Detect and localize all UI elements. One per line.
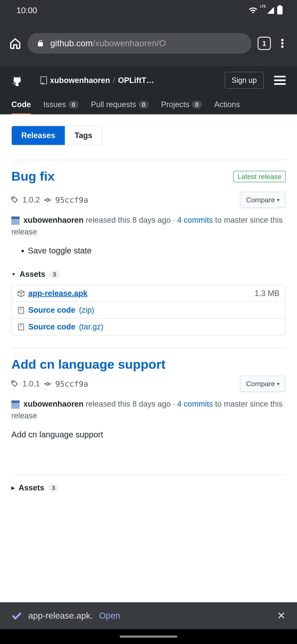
commit-icon (44, 196, 51, 204)
signal-lte: LTE (260, 6, 275, 14)
release-tag[interactable]: 1.0.2 (22, 196, 40, 204)
tag-icon (11, 196, 18, 204)
tab-switcher[interactable]: 1 (258, 37, 271, 50)
releases-tags-tabs: Releases Tags (11, 126, 102, 145)
release-tag[interactable]: 1.0.1 (22, 380, 40, 388)
release-date: released this 8 days ago (86, 216, 171, 224)
asset-row[interactable]: app-release.apk 1.3 MB (12, 285, 285, 302)
release-date: released this 8 days ago (86, 400, 171, 408)
repo-nav-tabs: Code Issues0 Pull requests0 Projects0 Ac… (11, 100, 286, 114)
zip-icon (17, 324, 24, 330)
browser-toolbar: github.com/xubowenhaoren/O 1 (0, 21, 297, 66)
release-author[interactable]: xubowenhaoren (23, 216, 83, 224)
avatar[interactable] (11, 400, 19, 409)
download-filename: app-release.apk. (28, 611, 93, 621)
tab-pull-requests[interactable]: Pull requests0 (91, 100, 149, 109)
hamburger-icon[interactable] (274, 76, 286, 85)
zip-icon (17, 307, 24, 314)
breadcrumb: xubowenhaoren / OPLiftT… (40, 76, 218, 85)
compare-button[interactable]: Compare (240, 376, 286, 392)
release-title[interactable]: Bug fix (11, 169, 55, 184)
release-author[interactable]: xubowenhaoren (23, 400, 83, 408)
check-icon (11, 610, 22, 621)
wifi-icon (249, 6, 258, 15)
status-time: 10:00 (16, 6, 37, 15)
assets-label: Assets (19, 270, 45, 279)
home-icon[interactable] (9, 37, 21, 49)
release-item: Bug fix Latest release 1.0.2 95ccf9a Com… (11, 160, 286, 336)
github-logo[interactable] (11, 74, 23, 86)
asset-ext: (tar.gz) (79, 322, 103, 331)
system-nav-bar (0, 629, 297, 644)
chevron-down-icon: ▼ (11, 272, 16, 277)
svg-point-1 (46, 198, 49, 201)
asset-ext: (zip) (79, 306, 94, 314)
release-commit[interactable]: 95ccf9a (55, 380, 88, 388)
tag-icon (11, 380, 18, 388)
release-title[interactable]: Add cn language support (11, 357, 286, 372)
latest-release-badge: Latest release (233, 171, 286, 182)
url-text: github.com/xubowenhaoren/O (50, 38, 166, 48)
tab-code[interactable]: Code (11, 100, 31, 114)
signup-button[interactable]: Sign up (225, 72, 264, 89)
content-area: Releases Tags Bug fix Latest release 1.0… (0, 114, 297, 516)
browser-menu-icon[interactable] (281, 38, 284, 49)
asset-size: 1.3 MB (255, 289, 280, 298)
release-item: Add cn language support 1.0.1 95ccf9a Co… (11, 348, 286, 492)
assets-toggle[interactable]: ▶ Assets 3 (11, 474, 286, 492)
release-commit[interactable]: 95ccf9a (55, 196, 88, 204)
github-header: xubowenhaoren / OPLiftT… Sign up Code Is… (0, 66, 297, 114)
lock-icon (37, 40, 44, 47)
commits-link[interactable]: 4 commits (177, 400, 213, 408)
svg-point-7 (46, 382, 49, 385)
assets-count: 3 (48, 484, 59, 492)
nav-handle[interactable] (120, 636, 177, 638)
assets-label: Assets (18, 484, 44, 492)
tab-issues[interactable]: Issues0 (43, 100, 79, 109)
battery-icon (277, 6, 283, 14)
asset-row[interactable]: Source code (zip) (12, 302, 285, 319)
changelog-item: Save toggle state (28, 246, 286, 255)
compare-button[interactable]: Compare (240, 192, 286, 208)
assets-toggle[interactable]: ▼ Assets 3 (11, 270, 286, 279)
download-snackbar: app-release.apk. Open ✕ (0, 602, 297, 629)
chevron-right-icon: ▶ (11, 485, 15, 491)
breadcrumb-repo[interactable]: OPLiftT… (118, 76, 154, 85)
close-icon[interactable]: ✕ (277, 610, 286, 622)
changelog-text: Add cn language support (11, 430, 286, 439)
package-icon (17, 290, 24, 297)
repo-icon (40, 76, 47, 84)
tab-actions[interactable]: Actions (214, 100, 240, 109)
release-byline: xubowenhaoren released this 8 days ago ·… (11, 214, 286, 238)
breadcrumb-sep: / (113, 76, 115, 85)
subtab-releases[interactable]: Releases (12, 126, 65, 145)
svg-point-0 (12, 198, 13, 198)
breadcrumb-owner[interactable]: xubowenhaoren (50, 76, 110, 85)
status-bar: 10:00 LTE (0, 0, 297, 21)
status-icons: LTE (249, 6, 283, 15)
assets-list: app-release.apk 1.3 MB Source code (zip)… (11, 285, 286, 336)
svg-point-6 (12, 382, 13, 382)
asset-name: Source code (28, 306, 75, 314)
release-body: Save toggle state (11, 246, 286, 255)
lte-label: LTE (260, 4, 266, 8)
release-body: Add cn language support (11, 430, 286, 439)
commits-link[interactable]: 4 commits (177, 216, 213, 224)
subtab-tags[interactable]: Tags (65, 126, 102, 145)
assets-count: 3 (49, 270, 60, 278)
avatar[interactable] (11, 216, 19, 225)
sep-dot: · (173, 400, 175, 408)
asset-row[interactable]: Source code (tar.gz) (12, 319, 285, 335)
tab-projects[interactable]: Projects0 (161, 100, 202, 109)
download-open-button[interactable]: Open (99, 611, 120, 621)
address-bar[interactable]: github.com/xubowenhaoren/O (27, 33, 252, 54)
sep-dot: · (173, 216, 175, 224)
asset-name: app-release.apk (28, 289, 87, 298)
asset-name: Source code (28, 322, 75, 331)
release-byline: xubowenhaoren released this 8 days ago ·… (11, 398, 286, 422)
commit-icon (44, 380, 51, 388)
signal-icon (267, 6, 275, 14)
